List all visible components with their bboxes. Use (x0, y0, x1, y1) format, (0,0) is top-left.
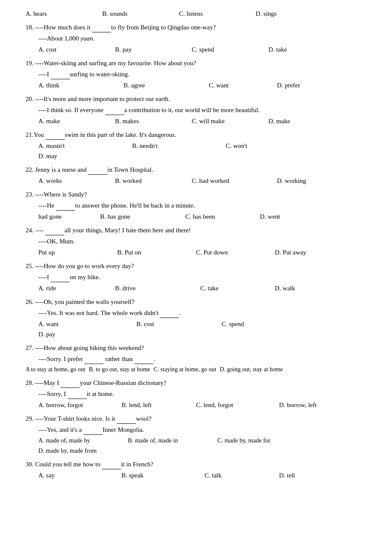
q18-options: A. cost B. pay C. spend D. take (26, 44, 366, 55)
q23-main: 23. ----Where is Sandy? (26, 189, 366, 199)
option-a: A. hears (26, 9, 102, 19)
q24-main: 24. ---- all your things, Mary! I hate t… (26, 225, 366, 235)
q24-text: all your things, Mary! I hate them here … (64, 227, 191, 234)
q29-option-b: B. made of, made in (128, 436, 217, 445)
q22-main: 22. Jenny is a nurse and in Town Hospita… (26, 165, 366, 175)
q19-options: A. think B. agree C. want D. prefer (26, 80, 366, 90)
q25-main: 25. ----How do you go to work every day? (26, 261, 366, 271)
q18-italic: yuan (81, 35, 93, 42)
question-19: 19. ----Water-skiing and surfing are my … (26, 58, 366, 90)
q18-blank (92, 32, 111, 32)
question-27: 27. ----How about going hiking this week… (26, 343, 366, 374)
q23-options: had gone B. has gone C. has been D. went (26, 211, 366, 222)
q25-option-b: B. drive (115, 283, 200, 293)
q27-followup: ----Sorry. I prefer rather than . (26, 354, 366, 364)
q21-option-c: C. won't (226, 141, 294, 151)
q23-number: 23. ----Where is Sandy? (26, 191, 87, 198)
q18-text: to fly from Beijing to Qingdao one-way? (111, 24, 216, 31)
q20-option-b: B. makes (115, 116, 192, 126)
q28-blank2 (68, 399, 87, 399)
q29-blank2 (84, 434, 103, 435)
q22-option-d: D. working (277, 176, 354, 186)
q29-followup: ----Yes, and it's a Inner Mongolia. (26, 425, 366, 435)
q20-option-d: D. make (268, 116, 345, 126)
question-23: 23. ----Where is Sandy? ----He to answer… (26, 189, 366, 222)
q21-options: A. mustn't B. needn't C. won't D. may (26, 141, 366, 161)
q21-blank (46, 139, 65, 140)
q29-main: 29. ----Your T-shirt looks nice. Is it w… (26, 413, 366, 424)
q23-option-c: C. has been (185, 211, 260, 222)
question-18: 18. ----How much does it to fly from Bei… (26, 22, 366, 55)
q19-option-a: A. think (38, 80, 124, 90)
q27-options: A to stay at home, go out B. to go out, … (26, 365, 366, 374)
q22-options: A. works B. worked C. had worked D. work… (26, 176, 366, 186)
q28-main: 28. ----May I your Chinese-Russian dicti… (26, 378, 366, 388)
q25-option-a: A. ride (38, 283, 115, 293)
q20-main: 20. ----It's more and more important to … (26, 94, 366, 104)
option-c: C. listens (179, 9, 256, 19)
q18-number: 18. ----How much does it (26, 24, 92, 31)
q30-option-b: B. speak (121, 470, 205, 480)
q22-option-c: C. had worked (192, 176, 277, 186)
q26-option-c: C. spend (222, 319, 296, 329)
q29-number: 29. ----Your T-shirt looks nice. Is it (26, 415, 117, 422)
q21-number: 21.You (26, 131, 46, 138)
q30-option-c: C. talk (205, 470, 279, 480)
question-26: 26. ----Oh, you painted the walls yourse… (26, 297, 366, 339)
q26-number: 26. ----Oh, you painted the walls yourse… (26, 298, 135, 305)
option-d: D. sings (256, 9, 332, 19)
q25-options: A. ride B. drive C. take D. walk (26, 283, 366, 293)
q27-blank2 (134, 364, 153, 364)
q23-option-d: D. went (260, 211, 337, 222)
q23-followup: ----He to answer the phone. He'll be bac… (26, 200, 366, 211)
q27-number: 27. ----How about going hiking this week… (26, 344, 144, 351)
q30-blank (102, 469, 121, 469)
q26-option-d: D. pay (38, 329, 115, 339)
question-24: 24. ---- all your things, Mary! I hate t… (26, 225, 366, 257)
q28-option-c: C. lend, forgot (196, 400, 279, 410)
q20-option-c: C. will make (192, 116, 268, 126)
q21-text: swim in this part of the lake. It's dang… (65, 131, 176, 138)
q27-option-c: C. staying at home, go out (153, 365, 216, 374)
q28-option-d: D. borrow, left (279, 400, 356, 410)
q20-followup: ----I think so. If everyone a contributi… (26, 105, 366, 115)
q26-main: 26. ----Oh, you painted the walls yourse… (26, 297, 366, 307)
q19-option-b: B. agree (124, 80, 209, 90)
q28-blank (61, 387, 80, 388)
q28-option-b: B. lend, left (121, 400, 196, 410)
option-b: B. sounds (102, 9, 179, 19)
q25-option-d: D. walk (275, 283, 352, 293)
q18-option-d: D. take (268, 44, 345, 55)
q18-option-b: B. pay (115, 44, 192, 55)
q30-option-d: D. tell (279, 470, 356, 480)
q26-options: A. want B. cost C. spend D. pay (26, 319, 366, 339)
question-28: 28. ----May I your Chinese-Russian dicti… (26, 378, 366, 410)
q19-option-d: D. prefer (277, 80, 354, 90)
q22-blank (88, 174, 107, 175)
q23-blank (56, 210, 75, 211)
q21-main: 21.You swim in this part of the lake. It… (26, 130, 366, 140)
q25-followup: ----I on my bike. (26, 272, 366, 282)
q19-blank (51, 79, 70, 79)
q19-number: 19. ----Water-skiing and surfing are my … (26, 60, 196, 66)
q28-text: your Chinese-Russian dictionary? (80, 379, 166, 386)
question-22: 22. Jenny is a nurse and in Town Hospita… (26, 165, 366, 186)
q20-blank (105, 115, 124, 115)
q22-number: 22. Jenny is a nurse and (26, 166, 88, 173)
q21-option-b: B. needn't (132, 141, 226, 151)
q24-number: 24. ---- (26, 227, 45, 234)
q28-options: A. borrow, forgot B. lend, left C. lend,… (26, 400, 366, 410)
q24-followup: ----OK, Mum. (26, 236, 366, 246)
q30-text: it in French? (121, 461, 153, 468)
q28-number: 28. ----May I (26, 379, 61, 386)
q18-followup: ----About 1,000 yuan. (26, 33, 366, 43)
q26-followup: ----Yes. It was not hard. The whole work… (26, 308, 366, 318)
q19-option-c: C. want (209, 80, 277, 90)
q29-text: wool? (136, 415, 152, 422)
q27-blank1 (84, 364, 104, 364)
q18-option-c: C. spend (192, 44, 268, 55)
q27-option-d: D. going out, stay at home (220, 365, 283, 374)
q22-option-a: A. works (38, 176, 115, 186)
q29-options: A. made of, made by B. made of, made in … (26, 436, 366, 455)
q26-blank (160, 318, 179, 318)
